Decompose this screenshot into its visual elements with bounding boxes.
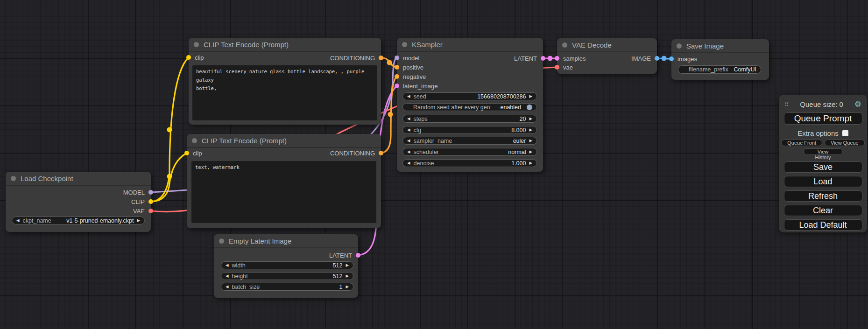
arrow-right-icon[interactable]: ▶ bbox=[346, 274, 349, 278]
arrow-right-icon[interactable]: ▶ bbox=[529, 117, 532, 121]
output-slot-clip[interactable]: CLIP bbox=[131, 197, 153, 206]
output-slot-model[interactable]: MODEL bbox=[123, 188, 153, 197]
conditioning-output-dot[interactable] bbox=[379, 151, 383, 155]
model-input-dot[interactable] bbox=[395, 56, 399, 60]
collapse-dot-icon[interactable] bbox=[192, 138, 197, 143]
node-load-checkpoint[interactable]: Load Checkpoint MODEL CLIP VAE ◀ ckpt_na… bbox=[6, 172, 151, 232]
arrow-left-icon[interactable]: ◀ bbox=[407, 161, 410, 165]
clip-output-dot[interactable] bbox=[148, 199, 153, 204]
node-clip-text-encode-positive[interactable]: CLIP Text Encode (Prompt) clip CONDITION… bbox=[189, 38, 381, 125]
conditioning-output-dot[interactable] bbox=[379, 56, 383, 60]
node-title-bar[interactable]: Load Checkpoint bbox=[6, 172, 151, 186]
node-clip-text-encode-negative[interactable]: CLIP Text Encode (Prompt) clip CONDITION… bbox=[187, 134, 381, 228]
view-queue-button[interactable]: View Queue bbox=[825, 140, 865, 146]
load-default-button[interactable]: Load Default bbox=[784, 219, 862, 231]
arrow-right-icon[interactable]: ▶ bbox=[529, 150, 532, 154]
load-button[interactable]: Load bbox=[784, 176, 862, 187]
output-slot-latent[interactable]: LATENT bbox=[514, 54, 545, 63]
collapse-dot-icon[interactable] bbox=[562, 42, 567, 48]
positive-input-dot[interactable] bbox=[395, 65, 399, 70]
clear-button[interactable]: Clear bbox=[784, 205, 862, 216]
scheduler-widget[interactable]: ◀ scheduler normal ▶ bbox=[402, 148, 537, 156]
arrow-left-icon[interactable]: ◀ bbox=[407, 128, 410, 132]
node-title-bar[interactable]: Empty Latent Image bbox=[214, 234, 358, 248]
node-title-bar[interactable]: Save Image bbox=[671, 39, 769, 53]
image-output-dot[interactable] bbox=[655, 56, 659, 61]
queue-front-button[interactable]: Queue Front bbox=[781, 140, 822, 146]
vae-output-dot[interactable] bbox=[148, 209, 153, 213]
seed-widget[interactable]: ◀ seed 156680208700286 ▶ bbox=[402, 92, 537, 100]
height-widget[interactable]: ◀ height 512 ▶ bbox=[221, 272, 353, 280]
clip-input-dot[interactable] bbox=[186, 55, 191, 60]
extra-options-checkbox[interactable] bbox=[842, 130, 848, 136]
toggle-icon[interactable] bbox=[527, 105, 532, 110]
samples-input-dot[interactable] bbox=[555, 56, 559, 61]
node-ksampler[interactable]: KSampler model positive negative latent_… bbox=[397, 38, 543, 172]
prompt-textarea[interactable]: text, watermark bbox=[191, 161, 376, 223]
arrow-right-icon[interactable]: ▶ bbox=[346, 285, 349, 289]
steps-widget[interactable]: ◀ steps 20 ▶ bbox=[402, 115, 537, 123]
output-slot-conditioning[interactable]: CONDITIONING bbox=[330, 53, 383, 63]
model-output-dot[interactable] bbox=[148, 190, 153, 195]
save-button[interactable]: Save bbox=[784, 161, 862, 173]
arrow-left-icon[interactable]: ◀ bbox=[407, 139, 410, 143]
latent-image-input-dot[interactable] bbox=[395, 84, 399, 88]
node-save-image[interactable]: Save Image images filename_prefix ComfyU… bbox=[671, 39, 769, 80]
arrow-right-icon[interactable]: ▶ bbox=[529, 94, 532, 98]
latent-output-dot[interactable] bbox=[541, 56, 545, 61]
node-title-bar[interactable]: CLIP Text Encode (Prompt) bbox=[187, 134, 381, 148]
collapse-dot-icon[interactable] bbox=[11, 176, 16, 181]
arrow-right-icon[interactable]: ▶ bbox=[529, 161, 532, 165]
arrow-right-icon[interactable]: ▶ bbox=[529, 139, 532, 143]
arrow-left-icon[interactable]: ◀ bbox=[16, 218, 20, 223]
input-slot-images[interactable]: images bbox=[669, 54, 697, 63]
gear-icon[interactable]: ⚙ bbox=[854, 100, 861, 108]
prompt-textarea[interactable]: beautiful scenery nature glass bottle la… bbox=[192, 65, 377, 120]
input-slot-latent-image[interactable]: latent_image bbox=[395, 81, 438, 91]
denoise-widget[interactable]: ◀ denoise 1.000 ▶ bbox=[402, 159, 537, 167]
collapse-dot-icon[interactable] bbox=[402, 42, 407, 47]
filename-prefix-widget[interactable]: filename_prefix ComfyUI bbox=[678, 65, 761, 74]
node-vae-decode[interactable]: VAE Decode samples vae IMAGE bbox=[557, 38, 657, 74]
input-slot-samples[interactable]: samples bbox=[555, 54, 586, 63]
collapse-dot-icon[interactable] bbox=[194, 42, 199, 47]
view-history-button[interactable]: View History bbox=[804, 148, 843, 155]
arrow-left-icon[interactable]: ◀ bbox=[226, 274, 229, 278]
collapse-dot-icon[interactable] bbox=[677, 43, 682, 49]
graph-canvas[interactable]: { "icons": { "gear": "⚙", "drag_handle":… bbox=[0, 0, 868, 329]
collapse-dot-icon[interactable] bbox=[219, 238, 224, 244]
output-slot-vae[interactable]: VAE bbox=[133, 206, 153, 216]
random-seed-widget[interactable]: Random seed after every gen enabled bbox=[402, 103, 537, 111]
node-empty-latent-image[interactable]: Empty Latent Image LATENT ◀ width 512 ▶ … bbox=[214, 234, 358, 298]
input-slot-clip[interactable]: clip bbox=[184, 148, 202, 158]
node-title-bar[interactable]: KSampler bbox=[397, 38, 543, 52]
output-slot-image[interactable]: IMAGE bbox=[631, 54, 659, 63]
arrow-left-icon[interactable]: ◀ bbox=[226, 285, 229, 289]
cfg-widget[interactable]: ◀ cfg 8.000 ▶ bbox=[402, 126, 537, 134]
latent-output-dot[interactable] bbox=[356, 253, 360, 258]
negative-input-dot[interactable] bbox=[395, 74, 399, 79]
arrow-left-icon[interactable]: ◀ bbox=[226, 263, 229, 267]
output-slot-latent[interactable]: LATENT bbox=[329, 251, 360, 260]
batch-size-widget[interactable]: ◀ batch_size 1 ▶ bbox=[221, 283, 353, 291]
arrow-left-icon[interactable]: ◀ bbox=[407, 94, 410, 98]
images-input-dot[interactable] bbox=[669, 56, 674, 61]
input-slot-clip[interactable]: clip bbox=[186, 53, 204, 62]
arrow-left-icon[interactable]: ◀ bbox=[407, 150, 410, 154]
clip-input-dot[interactable] bbox=[184, 151, 189, 155]
arrow-right-icon[interactable]: ▶ bbox=[346, 263, 349, 267]
width-widget[interactable]: ◀ width 512 ▶ bbox=[221, 261, 353, 269]
sampler-name-widget[interactable]: ◀ sampler_name euler ▶ bbox=[402, 137, 537, 145]
input-slot-vae[interactable]: vae bbox=[555, 63, 573, 72]
refresh-button[interactable]: Refresh bbox=[784, 190, 862, 202]
ckpt-name-widget[interactable]: ◀ ckpt_name v1-5-pruned-emaonly.ckpt ▶ bbox=[12, 217, 145, 224]
arrow-right-icon[interactable]: ▶ bbox=[137, 218, 140, 223]
vae-input-dot[interactable] bbox=[555, 65, 559, 70]
arrow-left-icon[interactable]: ◀ bbox=[407, 117, 410, 121]
input-slot-model[interactable]: model bbox=[395, 53, 419, 63]
arrow-right-icon[interactable]: ▶ bbox=[529, 128, 532, 132]
output-slot-conditioning[interactable]: CONDITIONING bbox=[330, 148, 383, 158]
drag-handle-icon[interactable]: ⠿ bbox=[784, 101, 789, 108]
node-title-bar[interactable]: CLIP Text Encode (Prompt) bbox=[189, 38, 381, 52]
input-slot-positive[interactable]: positive bbox=[395, 63, 423, 72]
